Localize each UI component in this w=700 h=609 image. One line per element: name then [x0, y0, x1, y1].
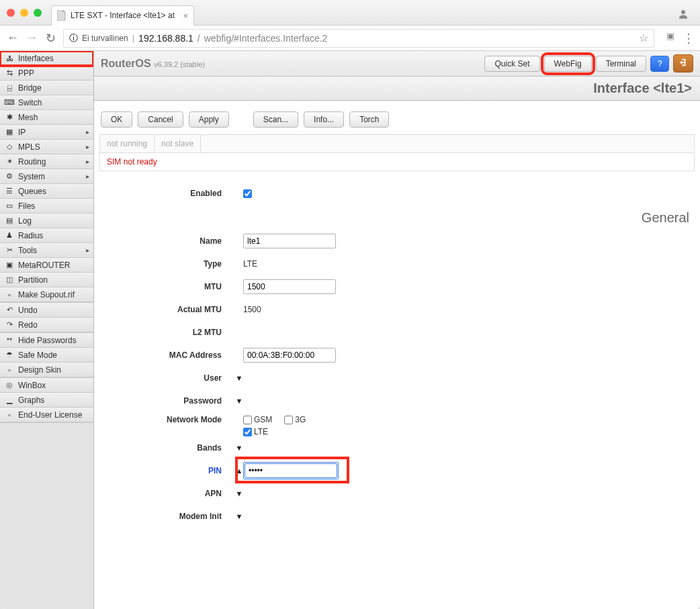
enabled-checkbox[interactable] [243, 189, 252, 198]
webfig-button[interactable]: WebFig [544, 56, 592, 72]
window-minimize-button[interactable] [20, 9, 28, 17]
sidebar-item-design-skin[interactable]: ▫Design Skin [0, 363, 93, 377]
sidebar-item-system[interactable]: ⚙System▸ [0, 169, 93, 184]
sidebar-item-bridge[interactable]: ⌸Bridge [0, 81, 93, 95]
sidebar-item-label: PPP [18, 68, 34, 78]
brand-label: RouterOS v6.39.2 (stable) [101, 58, 205, 70]
winbox-icon: ◎ [4, 381, 15, 390]
sidebar-item-undo[interactable]: ↶Undo [0, 303, 93, 318]
nav-forward-button[interactable]: → [26, 31, 38, 45]
window-titlebar: LTE SXT - Interface <lte1> at × [0, 0, 700, 26]
sidebar-item-ppp[interactable]: ⇆PPP [0, 66, 93, 81]
window-close-button[interactable] [7, 9, 15, 17]
sidebar-item-label: Switch [18, 98, 42, 107]
sidebar-item-radius[interactable]: ♟Radius [0, 228, 93, 243]
sidebar-item-label: IP [18, 128, 26, 137]
svg-point-0 [681, 10, 685, 14]
terminal-button[interactable]: Terminal [596, 56, 646, 72]
scan-button[interactable]: Scan... [253, 111, 298, 128]
sidebar-item-label: System [18, 172, 45, 181]
type-label: Type [101, 259, 231, 269]
sidebar-item-label: Tools [18, 246, 37, 255]
name-label: Name [101, 236, 231, 246]
sidebar-item-metarouter[interactable]: ▣MetaROUTER [0, 258, 93, 273]
design-skin-icon: ▫ [4, 365, 15, 375]
lte-checkbox[interactable] [243, 428, 252, 436]
actual-mtu-value: 1500 [243, 305, 261, 314]
pin-input[interactable] [245, 463, 337, 478]
sidebar-item-label: Partition [18, 275, 48, 285]
browser-tab[interactable]: LTE SXT - Interface <lte1> at × [51, 5, 194, 26]
sidebar-item-label: Radius [18, 231, 43, 240]
bands-label: Bands [101, 443, 231, 453]
sidebar-item-log[interactable]: ▤Log [0, 214, 93, 228]
submenu-icon: ▸ [86, 173, 89, 180]
address-field[interactable]: ⓘ Ei turvallinen | 192.168.88.1/webfig/#… [63, 29, 654, 48]
info-button[interactable]: Info... [304, 111, 344, 128]
sidebar-item-mesh[interactable]: ✱Mesh [0, 110, 93, 125]
bookmark-icon[interactable]: ☆ [639, 32, 648, 44]
sidebar-item-tools[interactable]: ✂Tools▸ [0, 243, 93, 258]
sidebar-item-routing[interactable]: ✶Routing▸ [0, 154, 93, 169]
apn-expand-icon[interactable]: ▼ [236, 489, 243, 498]
nav-reload-button[interactable]: ↻ [44, 31, 56, 46]
status-not-slave: not slave [155, 135, 201, 152]
sidebar-item-winbox[interactable]: ◎WinBox [0, 378, 93, 393]
pin-collapse-icon[interactable]: ▲ [236, 467, 243, 475]
sidebar-item-make-supout-rif[interactable]: ▫Make Supout.rif [0, 287, 93, 302]
section-general: General [101, 205, 693, 230]
metarouter-icon: ▣ [4, 261, 15, 270]
gsm-checkbox[interactable] [243, 416, 252, 424]
modem-init-label: Modem Init [101, 512, 231, 521]
l2mtu-label: L2 MTU [101, 328, 231, 337]
sidebar-item-label: Make Supout.rif [18, 290, 75, 299]
sidebar-item-label: Redo [18, 320, 38, 330]
tab-close-icon[interactable]: × [183, 11, 188, 21]
graphs-icon: ▁ [4, 395, 15, 405]
sidebar-item-label: Undo [18, 306, 38, 315]
cancel-button[interactable]: Cancel [138, 111, 183, 128]
user-label: User [101, 373, 231, 383]
app-header: RouterOS v6.39.2 (stable) Quick Set WebF… [94, 51, 700, 77]
window-maximize-button[interactable] [34, 9, 42, 17]
sidebar-item-redo[interactable]: ↷Redo [0, 318, 93, 332]
status-tabs: not running not slave [99, 134, 695, 153]
modem-init-expand-icon[interactable]: ▼ [236, 512, 243, 520]
menu-icon[interactable]: ⋮ [683, 31, 693, 46]
sidebar-item-end-user-license[interactable]: ▫End-User License [0, 408, 93, 422]
sidebar-item-label: Graphs [18, 395, 44, 405]
apply-button[interactable]: Apply [189, 111, 229, 128]
profile-icon[interactable] [677, 8, 689, 20]
name-input[interactable] [243, 234, 336, 248]
sidebar-item-label: Queues [18, 187, 46, 196]
password-label: Password [101, 396, 231, 406]
mac-input[interactable] [243, 348, 336, 363]
sidebar-item-graphs[interactable]: ▁Graphs [0, 393, 93, 408]
sidebar-item-partition[interactable]: ◫Partition [0, 273, 93, 287]
mac-label: MAC Address [101, 350, 231, 360]
sidebar-item-files[interactable]: ▭Files [0, 199, 93, 214]
switch-icon: ⌨ [4, 98, 15, 107]
help-button[interactable]: ? [650, 56, 669, 72]
sidebar-item-interfaces[interactable]: 🖧Interfaces [0, 51, 93, 66]
logout-button[interactable] [673, 54, 693, 73]
bands-expand-icon[interactable]: ▼ [236, 444, 243, 452]
user-expand-icon[interactable]: ▼ [236, 374, 243, 382]
sidebar-item-safe-mode[interactable]: ☂Safe Mode [0, 348, 93, 363]
sidebar-item-hide-passwords[interactable]: **Hide Passwords [0, 333, 93, 348]
queues-icon: ☰ [4, 187, 15, 196]
torch-button[interactable]: Torch [349, 111, 389, 128]
sidebar-item-mpls[interactable]: ◇MPLS▸ [0, 140, 93, 154]
3g-checkbox[interactable] [284, 416, 293, 424]
actual-mtu-label: Actual MTU [101, 305, 231, 314]
mtu-input[interactable] [243, 279, 336, 294]
info-icon: ⓘ [69, 32, 78, 44]
sidebar-item-queues[interactable]: ☰Queues [0, 184, 93, 199]
nav-back-button[interactable]: ← [7, 31, 19, 45]
quick-set-button[interactable]: Quick Set [484, 56, 539, 72]
ok-button[interactable]: OK [101, 111, 132, 128]
sidebar-item-ip[interactable]: ▦IP▸ [0, 125, 93, 140]
extension-icon[interactable]: ▣ [666, 31, 674, 46]
password-expand-icon[interactable]: ▼ [236, 397, 243, 405]
sidebar-item-switch[interactable]: ⌨Switch [0, 95, 93, 110]
